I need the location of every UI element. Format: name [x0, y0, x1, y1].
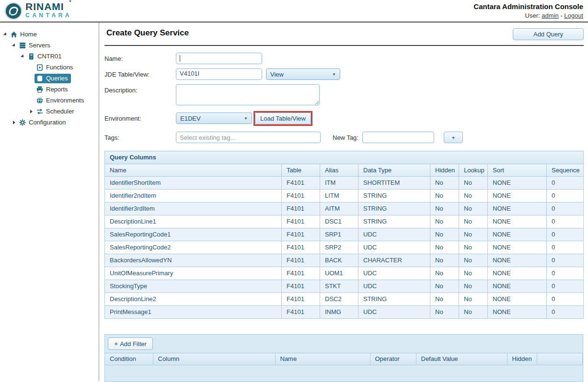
sidebar-item-configuration[interactable]: Configuration — [0, 117, 99, 128]
sidebar-item-servers[interactable]: Servers — [0, 40, 99, 51]
column-header-name: Name — [105, 164, 282, 177]
cell: F4101 — [282, 241, 320, 254]
query-column-row[interactable]: Identifier3rdItemF4101AITMSTRINGNoNoNONE… — [105, 202, 584, 215]
column-header-hidden: Hidden — [430, 164, 459, 177]
filter-header-operator: Operator — [370, 353, 416, 365]
name-label: Name: — [104, 53, 176, 62]
cell: No — [430, 280, 459, 293]
cell: No — [430, 267, 459, 280]
filter-header-default-value: Default Value — [416, 353, 507, 365]
cell: UOM1 — [320, 267, 358, 280]
cell: F4101 — [282, 280, 320, 293]
sidebar-item-scheduler[interactable]: Scheduler — [0, 106, 99, 117]
cell: 0 — [547, 241, 584, 254]
cell: UDC — [358, 306, 430, 319]
servers-icon — [19, 42, 27, 49]
tree-expander-icon[interactable] — [2, 33, 9, 36]
sidebar-item-label: Functions — [46, 64, 73, 71]
query-column-row[interactable]: BackordersAllowedYNF4101BACKCHARACTERNoN… — [105, 254, 584, 267]
table-view-type-dropdown[interactable]: View ▼ — [266, 68, 340, 80]
sidebar-item-label: Home — [20, 31, 37, 38]
query-column-row[interactable]: Identifier2ndItemF4101LITMSTRINGNoNoNONE… — [105, 190, 584, 202]
cell: 0 — [547, 228, 584, 241]
database-icon — [36, 75, 44, 82]
tags-input[interactable] — [176, 132, 321, 143]
query-columns-table: Query Columns NameTableAliasData TypeHid… — [104, 151, 584, 319]
sidebar-item-reports[interactable]: Reports — [0, 84, 99, 95]
sidebar-item-cntr01[interactable]: CNTR01 — [0, 51, 99, 62]
page-title: Create Query Service — [106, 28, 189, 38]
cell: INMG — [320, 306, 358, 319]
username-link[interactable]: admin — [542, 12, 558, 19]
query-column-row[interactable]: StockingTypeF4101STKTUDCNoNoNONE0 — [105, 280, 584, 293]
cell: No — [459, 293, 488, 306]
sidebar-item-functions[interactable]: Functions — [0, 62, 99, 73]
cell: Identifier2ndItem — [105, 190, 282, 202]
jde-table-view-input[interactable]: V4101I — [176, 68, 262, 80]
cell: NONE — [488, 306, 547, 319]
new-tag-input[interactable] — [362, 132, 434, 143]
sidebar-item-label: Scheduler — [46, 108, 74, 115]
query-column-row[interactable]: IdentifierShortItemF4101ITMSHORTITEMNoNo… — [105, 177, 584, 190]
tree-expander-icon[interactable] — [11, 44, 17, 47]
cell: No — [430, 215, 459, 228]
name-input[interactable] — [176, 53, 262, 64]
cell: STKT — [320, 280, 358, 293]
add-query-button[interactable]: Add Query — [513, 28, 584, 40]
environment-dropdown[interactable]: E1DEV ▼ — [176, 112, 252, 124]
query-column-row[interactable]: UnitOfMeasurePrimaryF4101UOM1UDCNoNoNONE… — [105, 267, 584, 280]
sidebar-item-label: Reports — [46, 86, 68, 93]
query-column-row[interactable]: DescriptionLine2F4101DSC2STRINGNoNoNONE0 — [105, 293, 584, 306]
tree-expander-icon[interactable] — [11, 121, 17, 124]
description-input[interactable] — [176, 84, 320, 105]
globe-icon — [36, 97, 44, 104]
tree-expander-icon[interactable] — [19, 55, 26, 58]
query-column-row[interactable]: PrintMessage1F4101INMGUDCNoNoNONE0 — [105, 306, 584, 319]
cell: No — [459, 202, 488, 215]
brand-subname: CANTARA — [25, 12, 72, 18]
cell: NONE — [488, 190, 547, 202]
highlight-box: Load Table/View — [254, 111, 312, 126]
sidebar-item-queries[interactable]: Queries — [0, 73, 99, 84]
cell: BackordersAllowedYN — [105, 254, 282, 267]
cell: NONE — [488, 280, 547, 293]
cell: F4101 — [282, 267, 320, 280]
filter-header-hidden: Hidden — [507, 353, 537, 365]
add-tag-button[interactable]: + — [444, 132, 463, 143]
cell: UDC — [358, 280, 430, 293]
sidebar-item-label: Configuration — [29, 119, 66, 126]
cell: No — [430, 177, 459, 190]
cell: 0 — [547, 177, 584, 190]
query-column-row[interactable]: SalesReportingCode2F4101SRP2UDCNoNoNONE0 — [105, 241, 584, 254]
load-table-view-button[interactable]: Load Table/View — [255, 112, 311, 124]
cell: No — [459, 267, 488, 280]
cell: F4101 — [282, 306, 320, 319]
cell: No — [459, 177, 488, 190]
jde-table-view-label: JDE Table/View: — [104, 68, 176, 78]
cell: No — [459, 306, 488, 319]
filter-header-condition: Condition — [105, 353, 153, 365]
cell: No — [430, 202, 459, 215]
app-header: RINAMI▼ CANTARA Cantara Administration C… — [0, 0, 588, 22]
sidebar-item-home[interactable]: Home — [0, 29, 99, 40]
cell: No — [430, 190, 459, 202]
app-title: Cantara Administration Console — [473, 2, 583, 11]
sidebar-item-environments[interactable]: Environments — [0, 95, 99, 106]
column-header-sort: Sort — [488, 164, 547, 177]
cell: UDC — [358, 267, 430, 280]
filter-header-empty — [537, 353, 583, 365]
logout-link[interactable]: Logout — [564, 12, 583, 19]
cell: DescriptionLine1 — [105, 215, 282, 228]
cell: STRING — [358, 202, 430, 215]
cell: No — [430, 254, 459, 267]
add-filter-button[interactable]: +Add Filter — [108, 337, 153, 350]
tree-expander-icon[interactable] — [28, 110, 35, 113]
brand-caret-mark: ▼ — [69, 0, 72, 3]
query-column-row[interactable]: DescriptionLine1F4101DSC1STRINGNoNoNONE0 — [105, 215, 584, 228]
query-column-row[interactable]: SalesReportingCode1F4101SRP1UDCNoNoNONE0 — [105, 228, 584, 241]
cell: SalesReportingCode1 — [105, 228, 282, 241]
cell: 0 — [547, 293, 584, 306]
home-icon — [10, 31, 18, 38]
cell: No — [430, 306, 459, 319]
cell: UnitOfMeasurePrimary — [105, 267, 282, 280]
